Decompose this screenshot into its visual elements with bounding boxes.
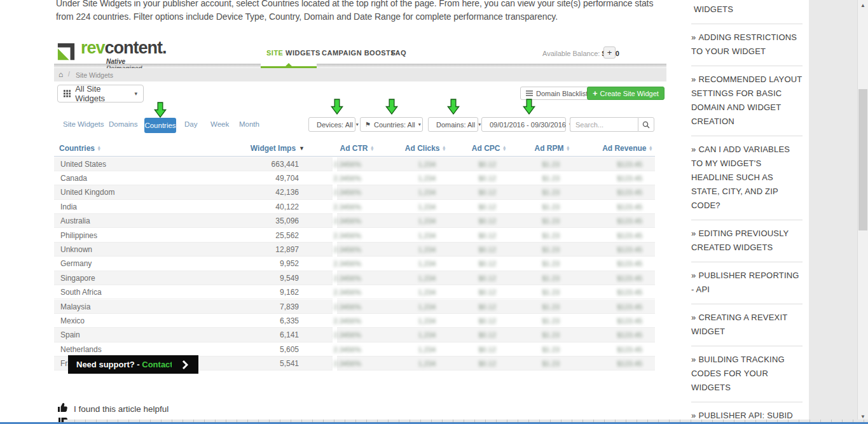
nav-faq[interactable]: FAQ xyxy=(391,49,406,57)
tab-site-widgets[interactable]: Site Widgets xyxy=(63,120,104,128)
tab-month[interactable]: Month xyxy=(239,120,259,128)
sidebar-article-link-1[interactable]: »ADDING RESTRICTIONS TO YOUR WIDGET xyxy=(691,24,803,66)
double-arrow-bullet: » xyxy=(691,355,696,364)
sort-desc-icon: ▼ xyxy=(299,145,305,152)
country-cell: United States xyxy=(60,160,106,169)
domain-blacklists-button[interactable]: Domain Blacklists xyxy=(520,87,597,100)
ad-revenue-cell-blurred: $123.45 xyxy=(617,360,642,367)
related-articles-sidebar: WIDGETS »ADDING RESTRICTIONS TO YOUR WID… xyxy=(691,0,803,424)
ad-cpc-cell-blurred: $0.12 xyxy=(478,203,496,211)
article-helpful-label: I found this article helpful xyxy=(74,404,169,414)
ad-rpm-cell-blurred: $1.23 xyxy=(542,246,560,253)
chevron-down-icon: ▾ xyxy=(356,122,359,127)
sidebar-article-link-4[interactable]: »EDITING PREVIOUSLY CREATED WIDGETS xyxy=(691,220,803,262)
nav-campaign-boosts[interactable]: CAMPAIGN BOOSTS xyxy=(322,49,396,57)
widget-imps-cell: 25,562 xyxy=(275,231,299,240)
green-arrow-devices-filter xyxy=(331,99,343,115)
table-row[interactable]: Singapore 9,549 2.3456% 1,234 $0.12 $1.2… xyxy=(54,271,655,285)
ad-revenue-cell-blurred: $123.45 xyxy=(617,232,642,239)
ad-ctr-cell-blurred: 2.3456% xyxy=(334,174,361,182)
ad-cpc-cell-blurred: $0.12 xyxy=(478,288,496,296)
sidebar-article-link-5[interactable]: »PUBLISHER REPORTING - API xyxy=(691,262,803,304)
sidebar-article-link-0[interactable]: WIDGETS xyxy=(691,0,803,24)
ad-revenue-cell-blurred: $123.45 xyxy=(617,203,642,211)
green-arrow-countries-tab xyxy=(154,102,167,118)
scrollbar-thumb[interactable] xyxy=(858,89,867,230)
ad-revenue-cell-blurred: $123.45 xyxy=(617,317,642,325)
ad-ctr-cell-blurred: 2.3456% xyxy=(334,303,361,311)
double-arrow-bullet: » xyxy=(691,271,696,280)
widget-selector-dropdown[interactable]: All Site Widgets ▾ xyxy=(57,85,144,102)
table-row[interactable]: Mexico 6,335 2.3456% 1,234 $0.12 $1.23 $… xyxy=(54,314,655,328)
home-icon[interactable]: ⌂ xyxy=(59,70,63,79)
widget-imps-cell: 12,897 xyxy=(275,245,299,254)
ad-rpm-cell-blurred: $1.23 xyxy=(542,217,560,225)
table-row[interactable]: United States 663,441 2.3456% 1,234 $0.1… xyxy=(54,157,655,171)
revcontent-logo-text: revcontent. xyxy=(81,38,167,58)
table-row[interactable]: Unknown 12,897 2.3456% 1,234 $0.12 $1.23… xyxy=(54,243,655,257)
sidebar-article-link-7[interactable]: »BUILDING TRACKING CODES FOR YOUR WIDGET… xyxy=(691,346,803,402)
country-cell: United Kingdom xyxy=(60,188,114,197)
browser-scrollbar[interactable]: ▲ ▼ xyxy=(857,0,868,424)
tab-countries[interactable]: Countries xyxy=(144,118,176,133)
scroll-down-arrow-icon[interactable]: ▼ xyxy=(860,414,865,420)
ad-clicks-cell-blurred: 1,234 xyxy=(418,203,436,211)
table-row[interactable]: South Africa 9,162 2.3456% 1,234 $0.12 $… xyxy=(54,285,655,299)
ad-revenue-cell-blurred: $123.45 xyxy=(617,288,642,296)
column-header-ad-revenue[interactable]: Ad Revenue ▴▾ xyxy=(582,144,652,153)
search-button[interactable] xyxy=(638,117,654,132)
tab-day[interactable]: Day xyxy=(184,120,197,128)
sidebar-article-link-3[interactable]: »CAN I ADD VARIABLES TO MY WIDGET'S HEAD… xyxy=(691,136,803,220)
create-site-widget-button[interactable]: + Create Site Widget xyxy=(587,87,665,100)
scroll-up-arrow-icon[interactable]: ▲ xyxy=(860,3,865,8)
column-header-countries[interactable]: Countries ▴▾ xyxy=(59,144,142,153)
domains-filter-dropdown[interactable]: Domains: All ▾ xyxy=(428,117,478,132)
sidebar-article-link-2[interactable]: »RECOMMENDED LAYOUT SETTINGS FOR BASIC D… xyxy=(691,66,803,136)
nav-site-widgets[interactable]: SITE WIDGETS xyxy=(266,49,320,57)
breadcrumb: ⌂ / Site Widgets xyxy=(54,68,666,81)
table-row[interactable]: United Kingdom 42,136 2.3456% 1,234 $0.1… xyxy=(54,185,655,199)
table-row[interactable]: Germany 9,952 2.3456% 1,234 $0.12 $1.23 … xyxy=(54,257,655,271)
ad-revenue-cell-blurred: $123.45 xyxy=(617,246,642,253)
ad-clicks-cell-blurred: 1,234 xyxy=(418,360,436,367)
ad-rpm-cell-blurred: $1.23 xyxy=(542,317,560,325)
column-header-widget-imps[interactable]: Widget Imps ▼ xyxy=(224,144,305,153)
ad-clicks-cell-blurred: 1,234 xyxy=(418,274,436,282)
support-badge-expand-button[interactable] xyxy=(172,355,198,374)
sort-icon: ▴▾ xyxy=(371,146,373,152)
column-header-ad-rpm[interactable]: Ad RPM ▴▾ xyxy=(506,144,569,153)
search-input[interactable] xyxy=(570,117,638,132)
devices-filter-dropdown[interactable]: Devices: All ▾ xyxy=(308,117,355,132)
column-header-ad-clicks[interactable]: Ad Clicks ▴▾ xyxy=(382,144,445,153)
column-header-ad-ctr[interactable]: Ad CTR ▴▾ xyxy=(315,144,373,153)
table-row[interactable]: Canada 49,704 2.3456% 1,234 $0.12 $1.23 … xyxy=(54,171,655,185)
table-row[interactable]: Australia 35,096 2.3456% 1,234 $0.12 $1.… xyxy=(54,214,655,228)
ad-cpc-cell-blurred: $0.12 xyxy=(478,274,496,282)
tab-domains[interactable]: Domains xyxy=(109,120,137,128)
thumbs-up-icon[interactable] xyxy=(57,402,69,413)
tab-week[interactable]: Week xyxy=(210,120,229,128)
country-cell: Spain xyxy=(60,330,80,339)
ad-revenue-cell-blurred: $123.45 xyxy=(617,346,642,353)
date-range-dropdown[interactable]: 09/01/2016 - 09/30/2016 ▾ xyxy=(481,117,566,132)
sort-icon: ▴▾ xyxy=(649,146,652,152)
add-funds-button[interactable]: + xyxy=(603,46,616,59)
table-row[interactable]: Malaysia 7,839 2.3456% 1,234 $0.12 $1.23… xyxy=(54,300,655,314)
table-row[interactable]: Philippines 25,562 2.3456% 1,234 $0.12 $… xyxy=(54,229,655,243)
table-row[interactable]: India 40,122 2.3456% 1,234 $0.12 $1.23 $… xyxy=(54,200,655,214)
double-arrow-bullet: » xyxy=(691,229,696,238)
sidebar-article-link-6[interactable]: »CREATING A REVEXIT WIDGET xyxy=(691,304,803,346)
country-cell: Singapore xyxy=(60,274,95,283)
widget-imps-cell: 49,704 xyxy=(275,174,299,183)
ad-clicks-cell-blurred: 1,234 xyxy=(418,260,436,267)
country-cell: Mexico xyxy=(60,316,85,325)
countries-filter-dropdown[interactable]: ⚑ Countries: All ▾ xyxy=(360,117,423,132)
table-row[interactable]: Spain 6,141 2.3456% 1,234 $0.12 $1.23 $1… xyxy=(54,328,655,342)
column-header-ad-cpc[interactable]: Ad CPC ▴▾ xyxy=(442,144,506,153)
sort-icon: ▴▾ xyxy=(98,146,100,152)
widget-imps-cell: 9,549 xyxy=(280,274,299,283)
ad-rpm-cell-blurred: $1.23 xyxy=(542,303,560,311)
ad-clicks-cell-blurred: 1,234 xyxy=(418,246,436,253)
widget-imps-cell: 663,441 xyxy=(272,160,299,169)
table-row[interactable]: Netherlands 5,605 2.3456% 1,234 $0.12 $1… xyxy=(54,343,655,357)
